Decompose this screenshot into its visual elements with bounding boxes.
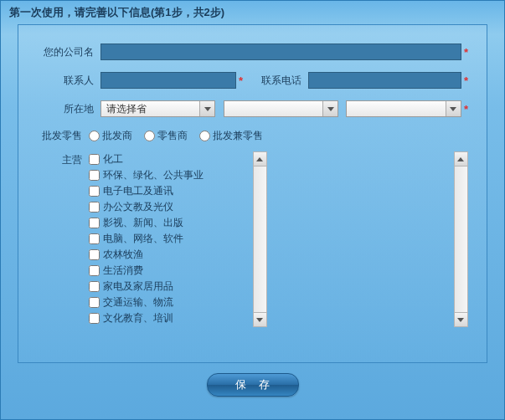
required-marker: * (464, 46, 468, 59)
scroll-down-icon[interactable] (254, 312, 266, 326)
required-marker: * (239, 74, 243, 87)
list-item-label: 化工 (103, 152, 123, 166)
checkbox-input[interactable] (89, 265, 100, 276)
list-item-label: 文化教育、培训 (103, 311, 173, 325)
required-marker: * (464, 74, 468, 87)
radio-input[interactable] (144, 131, 155, 141)
radio-both[interactable]: 批发兼零售 (199, 129, 263, 143)
radio-input[interactable] (89, 131, 100, 141)
scroll-up-icon[interactable] (455, 152, 467, 166)
scroll-track[interactable] (254, 166, 266, 312)
scrollbar-right[interactable] (454, 151, 468, 327)
radio-retailer[interactable]: 零售商 (144, 129, 188, 143)
checkbox-input[interactable] (89, 281, 100, 292)
button-bar: 保 存 (1, 373, 504, 397)
dropdown-icon (446, 101, 461, 116)
save-button[interactable]: 保 存 (207, 373, 299, 397)
row-company: 您的公司名 * (37, 44, 468, 60)
input-company[interactable] (100, 44, 461, 60)
select-province[interactable]: 请选择省 (100, 100, 215, 117)
list-item[interactable]: 电脑、网络、软件 (89, 231, 250, 247)
list-item[interactable]: 交通运输、物流 (89, 295, 250, 310)
list-item-label: 影视、新闻、出版 (103, 216, 183, 230)
label-phone: 联系电话 (251, 74, 308, 88)
label-business-type: 批发零售 (37, 129, 89, 143)
required-marker: * (464, 103, 468, 115)
form-panel: 您的公司名 * 联系人 * 联系电话 * 所在地 请选择省 (18, 24, 487, 363)
checkbox-input[interactable] (89, 249, 100, 260)
radio-input[interactable] (199, 131, 210, 141)
list-item[interactable]: 家电及家居用品 (89, 279, 250, 295)
radio-label: 批发兼零售 (213, 129, 263, 143)
window: 第一次使用，请完善以下信息(第1步，共2步) 您的公司名 * 联系人 * 联系电… (0, 0, 505, 420)
list-item[interactable]: 环保、绿化、公共事业 (89, 167, 250, 183)
label-main-business: 主营 (37, 151, 89, 167)
checkbox-input[interactable] (89, 233, 100, 244)
list-item[interactable]: 生活消费 (89, 263, 250, 279)
dropdown-icon (199, 101, 214, 116)
scroll-down-icon[interactable] (455, 312, 467, 326)
radio-label: 零售商 (157, 129, 188, 143)
scrollbar-left[interactable] (253, 151, 267, 327)
checkbox-input[interactable] (89, 186, 100, 197)
scroll-up-icon[interactable] (254, 152, 266, 166)
list-item[interactable]: 办公文教及光仪 (89, 199, 250, 215)
checkbox-input[interactable] (89, 202, 100, 213)
row-location: 所在地 请选择省 * (37, 100, 468, 117)
list-item-label: 电子电工及通讯 (103, 184, 173, 198)
checkbox-list-empty (290, 151, 451, 327)
main-business-list-right (290, 151, 468, 327)
checkbox-input[interactable] (89, 218, 100, 228)
input-contact[interactable] (100, 72, 236, 89)
row-main-business: 主营 化工环保、绿化、公共事业电子电工及通讯办公文教及光仪影视、新闻、出版电脑、… (37, 151, 468, 327)
list-item[interactable]: 文化教育、培训 (89, 310, 250, 326)
list-item-label: 交通运输、物流 (103, 295, 173, 310)
checkbox-input[interactable] (89, 154, 100, 165)
label-company: 您的公司名 (37, 45, 100, 59)
radio-label: 批发商 (102, 129, 132, 143)
checkbox-input[interactable] (89, 170, 100, 181)
list-item-label: 电脑、网络、软件 (103, 232, 183, 246)
page-title: 第一次使用，请完善以下信息(第1步，共2步) (1, 1, 504, 24)
list-item-label: 办公文教及光仪 (103, 200, 173, 214)
label-location: 所在地 (37, 102, 100, 116)
select-district[interactable] (346, 100, 461, 117)
list-item[interactable]: 农林牧渔 (89, 247, 250, 263)
row-contact: 联系人 * 联系电话 * (37, 72, 468, 89)
list-item[interactable]: 影视、新闻、出版 (89, 215, 250, 231)
label-contact: 联系人 (37, 74, 100, 88)
list-item[interactable]: 电子电工及通讯 (89, 183, 250, 199)
select-city[interactable] (224, 100, 338, 117)
checkbox-input[interactable] (89, 313, 100, 324)
list-item-label: 环保、绿化、公共事业 (103, 168, 204, 182)
main-business-list-left: 化工环保、绿化、公共事业电子电工及通讯办公文教及光仪影视、新闻、出版电脑、网络、… (89, 151, 267, 327)
list-item-label: 生活消费 (103, 264, 143, 278)
input-phone[interactable] (308, 72, 461, 89)
dropdown-icon (322, 101, 338, 116)
select-province-value: 请选择省 (101, 102, 199, 116)
radio-wholesaler[interactable]: 批发商 (89, 129, 132, 143)
checkbox-input[interactable] (89, 297, 100, 308)
checkbox-list: 化工环保、绿化、公共事业电子电工及通讯办公文教及光仪影视、新闻、出版电脑、网络、… (89, 151, 250, 327)
scroll-track[interactable] (455, 166, 467, 312)
row-business-type: 批发零售 批发商 零售商 批发兼零售 (37, 129, 468, 143)
list-item-label: 家电及家居用品 (103, 279, 173, 294)
list-item[interactable]: 化工 (89, 151, 250, 167)
list-item-label: 农林牧渔 (103, 248, 143, 262)
